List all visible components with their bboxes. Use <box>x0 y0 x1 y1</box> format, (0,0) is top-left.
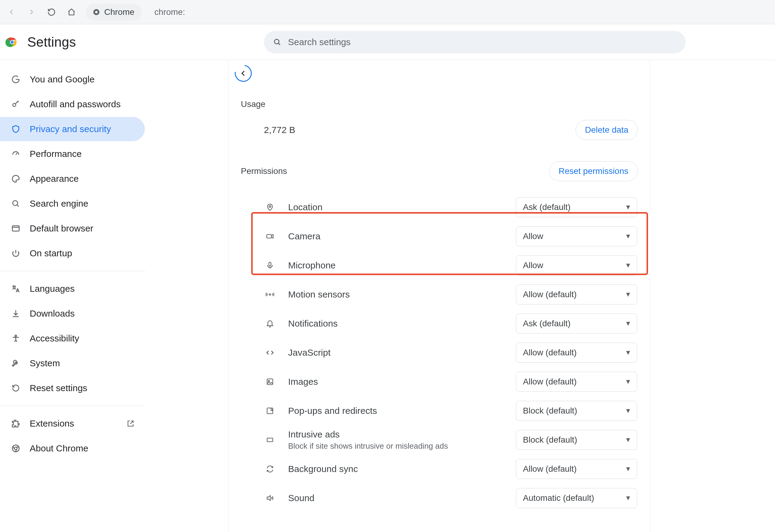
reset-icon <box>10 383 21 394</box>
chrome-outline-icon <box>10 443 21 454</box>
browser-icon <box>10 223 21 234</box>
sidebar-divider <box>0 406 145 406</box>
wrench-icon <box>10 358 21 369</box>
permission-select-value: Allow <box>523 231 543 241</box>
permission-row-notifications: NotificationsAsk (default)▼ <box>241 309 638 338</box>
permission-label: Images <box>288 377 516 387</box>
permission-select-value: Ask (default) <box>523 319 571 329</box>
sidebar-item-accessibility[interactable]: Accessibility <box>0 326 145 351</box>
chevron-down-icon: ▼ <box>625 378 631 386</box>
ads-icon <box>263 436 276 444</box>
sidebar-item-autofill[interactable]: Autofill and passwords <box>0 92 145 116</box>
reset-permissions-button[interactable]: Reset permissions <box>549 161 638 181</box>
javascript-icon <box>263 349 276 357</box>
svg-rect-13 <box>267 234 271 238</box>
sidebar-item-label: Extensions <box>30 418 74 429</box>
power-icon <box>10 248 21 259</box>
permission-select-camera[interactable]: Allow▼ <box>516 226 637 246</box>
back-nav-icon[interactable] <box>5 6 18 18</box>
delete-data-button[interactable]: Delete data <box>576 120 638 140</box>
permission-select-notifications[interactable]: Ask (default)▼ <box>516 314 637 334</box>
shield-icon <box>10 124 21 134</box>
sidebar-item-about-chrome[interactable]: About Chrome <box>0 436 145 461</box>
permission-select-ads[interactable]: Block (default)▼ <box>516 430 637 450</box>
chevron-down-icon: ▼ <box>625 349 631 357</box>
external-link-icon <box>127 420 134 428</box>
search-settings[interactable] <box>264 31 686 53</box>
sidebar-item-appearance[interactable]: Appearance <box>0 167 145 191</box>
motion-icon <box>263 290 276 299</box>
sound-icon <box>263 494 276 502</box>
svg-point-6 <box>13 104 16 107</box>
permission-row-sound: SoundAutomatic (default)▼ <box>241 484 638 513</box>
sidebar-item-languages[interactable]: Languages <box>0 277 145 301</box>
sidebar-item-label: Search engine <box>30 198 88 209</box>
sidebar-item-search-engine[interactable]: Search engine <box>0 191 145 216</box>
sidebar-item-on-startup[interactable]: On startup <box>0 241 145 265</box>
svg-point-7 <box>13 200 18 205</box>
sidebar-divider <box>0 271 145 271</box>
extension-icon <box>10 418 21 429</box>
sidebar-item-label: On startup <box>30 248 72 258</box>
permission-select-value: Ask (default) <box>523 202 571 212</box>
permission-select-microphone[interactable]: Allow▼ <box>516 255 637 276</box>
sidebar-item-you-and-google[interactable]: You and Google <box>0 67 145 91</box>
permission-select-javascript[interactable]: Allow (default)▼ <box>516 343 637 363</box>
sidebar-item-label: Downloads <box>30 309 74 319</box>
sidebar-item-extensions[interactable]: Extensions <box>0 411 145 436</box>
settings-header: Settings <box>0 24 775 60</box>
permission-select-value: Block (default) <box>523 435 577 445</box>
chevron-down-icon: ▼ <box>625 494 631 502</box>
notifications-icon <box>263 319 276 328</box>
sidebar-item-label: Languages <box>30 284 74 294</box>
chevron-down-icon: ▼ <box>625 407 631 415</box>
sidebar-item-label: Default browser <box>30 223 93 233</box>
permission-label: Pop-ups and redirects <box>288 406 516 416</box>
chevron-down-icon: ▼ <box>625 291 631 299</box>
address-bar-text[interactable]: chrome: <box>154 7 185 17</box>
permission-select-popups[interactable]: Block (default)▼ <box>516 401 637 421</box>
search-input[interactable] <box>288 37 677 47</box>
key-icon <box>10 99 21 110</box>
sidebar-item-label: Accessibility <box>30 333 79 344</box>
permission-row-microphone: MicrophoneAllow▼ <box>241 251 638 280</box>
palette-icon <box>10 173 21 184</box>
sidebar-item-label: You and Google <box>30 74 94 84</box>
usage-value: 2,772 B <box>264 125 295 135</box>
sidebar-item-reset-settings[interactable]: Reset settings <box>0 376 145 400</box>
permission-row-popups: Pop-ups and redirectsBlock (default)▼ <box>241 396 638 425</box>
permission-row-camera: CameraAllow▼ <box>241 222 638 251</box>
permission-select-value: Allow (default) <box>523 377 577 387</box>
permission-label: Notifications <box>288 319 516 329</box>
sidebar-item-label: About Chrome <box>30 443 88 454</box>
accessibility-icon <box>10 333 21 344</box>
sidebar-item-downloads[interactable]: Downloads <box>0 302 145 326</box>
sidebar-item-performance[interactable]: Performance <box>0 142 145 166</box>
permission-select-location[interactable]: Ask (default)▼ <box>516 197 637 217</box>
permission-select-value: Automatic (default) <box>523 493 594 503</box>
permission-select-bgsync[interactable]: Allow (default)▼ <box>516 459 637 479</box>
sidebar-item-label: Privacy and security <box>30 124 111 134</box>
forward-nav-icon[interactable] <box>25 6 38 18</box>
sidebar-item-default-browser[interactable]: Default browser <box>0 216 145 240</box>
svg-rect-16 <box>267 379 273 385</box>
permission-select-images[interactable]: Allow (default)▼ <box>516 372 637 392</box>
sidebar-item-label: Appearance <box>30 173 79 184</box>
main-content: Usage 2,772 B Delete data Permissions Re… <box>148 60 775 532</box>
permission-sublabel: Block if site shows intrusive or mislead… <box>288 441 516 451</box>
permission-select-sound[interactable]: Automatic (default)▼ <box>516 488 637 508</box>
site-chip[interactable]: Chrome <box>85 4 142 21</box>
chrome-logo-icon <box>5 35 19 49</box>
camera-icon <box>263 232 276 240</box>
site-chip-label: Chrome <box>104 7 134 17</box>
popups-icon <box>263 407 276 415</box>
sidebar-item-privacy-security[interactable]: Privacy and security <box>0 117 145 141</box>
permission-select-value: Allow (default) <box>523 348 577 358</box>
browser-toolbar: Chrome chrome: <box>0 0 775 24</box>
permission-select-motion[interactable]: Allow (default)▼ <box>516 285 637 305</box>
reload-icon[interactable] <box>45 6 58 18</box>
usage-row: 2,772 B Delete data <box>241 120 638 161</box>
sidebar-item-system[interactable]: System <box>0 351 145 375</box>
svg-rect-14 <box>269 262 271 266</box>
home-icon[interactable] <box>65 6 78 18</box>
